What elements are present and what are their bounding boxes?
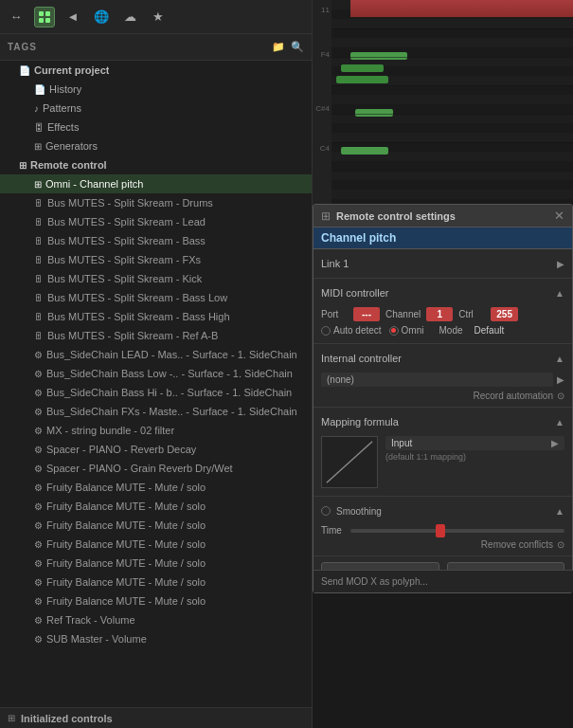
tree-row-16[interactable]: ⚙ Fruity Balance MUTE - Mute / solo <box>0 497 312 516</box>
internal-ctrl-header[interactable]: Internal controller ▲ <box>321 348 564 369</box>
tree-row-17[interactable]: ⚙ Fruity Balance MUTE - Mute / solo <box>0 516 312 535</box>
folder-icon[interactable]: 📁 <box>272 41 285 53</box>
port-value[interactable]: --- <box>353 307 380 321</box>
knob-icon-0: 🎚 <box>34 198 44 209</box>
midi-port-row: Port --- Channel 1 Ctrl 255 <box>321 307 564 321</box>
top-toolbar: ↔ ◄ 🌐 ☁ ★ <box>0 0 312 34</box>
tree-row-8[interactable]: ⚙ Bus_SideChain LEAD - Mas.. - Surface -… <box>0 345 312 364</box>
note-block-cs4 <box>355 109 393 117</box>
effects-label: Effects <box>47 121 79 133</box>
record-auto-circle-icon[interactable]: ⊙ <box>557 391 564 401</box>
tree-row-11[interactable]: ⚙ Bus_SideChain FXs - Maste.. - Surface … <box>0 402 312 421</box>
link1-header[interactable]: Link 1 ▶ <box>321 253 564 274</box>
tree-row-13[interactable]: ⚙ Spacer - PIANO - Reverb Decay <box>0 440 312 459</box>
tree-row-22[interactable]: ⚙ Ref Track - Volume <box>0 610 312 629</box>
tree-item-label-5: Bus MUTES - Split Skream - Bass Low <box>47 292 227 303</box>
internal-ctrl-arrow-icon: ▶ <box>557 374 564 385</box>
tree-item-label-6: Bus MUTES - Split Skream - Bass High <box>47 311 230 322</box>
omni-radio[interactable]: Omni <box>389 325 424 336</box>
slider-thumb[interactable] <box>436 524 445 537</box>
piano-grid-line-4 <box>331 114 573 115</box>
omni-channel-pitch-item[interactable]: ⊞ Omni - Channel pitch <box>0 174 312 193</box>
remote-control-dialog: ⊞ Remote control settings ✕ Channel pitc… <box>313 204 573 593</box>
remove-conflicts-text: Remove conflicts <box>481 539 553 550</box>
note-label-csharp4: C#4 <box>315 104 330 113</box>
toolbar-cloud-icon[interactable]: ☁ <box>119 7 140 27</box>
auto-detect-dot <box>321 326 331 336</box>
remove-conflicts-circle-icon[interactable]: ⊙ <box>557 539 564 550</box>
auto-detect-radio[interactable]: Auto detect <box>321 325 382 336</box>
auto-detect-label: Auto detect <box>333 325 382 336</box>
toolbar-star-icon[interactable]: ★ <box>148 7 169 27</box>
tree-row-20[interactable]: ⚙ Fruity Balance MUTE - Mute / solo <box>0 573 312 592</box>
dialog-channel-pitch: Channel pitch <box>313 228 572 249</box>
omni-dot <box>389 326 399 336</box>
toolbar-back-icon[interactable]: ◄ <box>63 7 83 27</box>
channel-value[interactable]: 1 <box>426 307 453 321</box>
piano-grid-line-2 <box>331 57 573 58</box>
dialog-close-button[interactable]: ✕ <box>554 209 564 223</box>
tree-item-label-21: Fruity Balance MUTE - Mute / solo <box>46 595 206 607</box>
remote-icon: ⊞ <box>19 160 27 171</box>
omni-label: Omni - Channel pitch <box>45 178 143 190</box>
tree-container: 📄 Current project 📄 History ♪ Patterns 🎛… <box>0 61 312 707</box>
knob-icon-6: 🎚 <box>34 312 44 322</box>
remote-control-label: Remote control <box>30 159 107 171</box>
gear-icon-9: ⚙ <box>34 369 43 379</box>
generators-item[interactable]: ⊞ Generators <box>0 136 312 155</box>
smoothing-radio[interactable] <box>321 506 331 516</box>
channel-label: Channel <box>385 309 421 319</box>
toolbar-globe-icon[interactable]: 🌐 <box>91 7 112 27</box>
remote-control-item[interactable]: ⊞ Remote control <box>0 155 312 174</box>
tree-item-label-11: Bus_SideChain FXs - Maste.. - Surface - … <box>46 406 297 417</box>
tree-row-21[interactable]: ⚙ Fruity Balance MUTE - Mute / solo <box>0 592 312 610</box>
initialized-controls-label: Initialized controls <box>21 713 113 724</box>
tree-row-4[interactable]: 🎚 Bus MUTES - Split Skream - Kick <box>0 269 312 288</box>
history-item[interactable]: 📄 History <box>0 80 312 99</box>
internal-ctrl-caret-icon: ▲ <box>555 354 564 364</box>
tree-row-2[interactable]: 🎚 Bus MUTES - Split Skream - Bass <box>0 231 312 250</box>
tree-row-3[interactable]: 🎚 Bus MUTES - Split Skream - FXs <box>0 250 312 269</box>
tree-row-5[interactable]: 🎚 Bus MUTES - Split Skream - Bass Low <box>0 288 312 307</box>
midi-caret-icon: ▲ <box>555 288 564 299</box>
mapping-header[interactable]: Mapping formula ▲ <box>321 411 564 432</box>
tree-item-label-19: Fruity Balance MUTE - Mute / solo <box>46 557 206 569</box>
tree-row-0[interactable]: 🎚 Bus MUTES - Split Skream - Drums <box>0 193 312 212</box>
current-project-item[interactable]: 📄 Current project <box>0 61 312 80</box>
tree-row-15[interactable]: ⚙ Fruity Balance MUTE - Mute / solo <box>0 478 312 497</box>
tree-row-14[interactable]: ⚙ Spacer - PIANO - Grain Reverb Dry/Wet <box>0 459 312 478</box>
tree-row-19[interactable]: ⚙ Fruity Balance MUTE - Mute / solo <box>0 554 312 573</box>
patterns-icon: ♪ <box>34 103 39 114</box>
tree-row-1[interactable]: 🎚 Bus MUTES - Split Skream - Lead <box>0 212 312 231</box>
tree-row-12[interactable]: ⚙ MX - string bundle - 02 filter <box>0 421 312 440</box>
patterns-item[interactable]: ♪ Patterns <box>0 99 312 118</box>
note-block-f4-1 <box>350 52 407 60</box>
search-icon[interactable]: 🔍 <box>291 41 304 53</box>
note-block-c4 <box>341 147 388 155</box>
auto-detect-row: Auto detect Omni Mode Default <box>321 325 564 336</box>
tree-row-10[interactable]: ⚙ Bus_SideChain Bass Hi - b.. - Surface … <box>0 383 312 402</box>
tree-row-9[interactable]: ⚙ Bus_SideChain Bass Low -.. - Surface -… <box>0 364 312 383</box>
smoothing-section: Smoothing ▲ Time Remove conflicts ⊙ <box>313 497 572 556</box>
mode-label: Mode <box>439 325 463 336</box>
effects-item[interactable]: 🎛 Effects <box>0 118 312 136</box>
tree-item-label-9: Bus_SideChain Bass Low -.. - Surface - 1… <box>46 368 293 379</box>
tree-row-6[interactable]: 🎚 Bus MUTES - Split Skream - Bass High <box>0 307 312 326</box>
tree-item-label-2: Bus MUTES - Split Skream - Bass <box>47 235 206 246</box>
tree-item-label-8: Bus_SideChain LEAD - Mas.. - Surface - 1… <box>46 349 297 360</box>
ctrl-value[interactable]: 255 <box>491 307 518 321</box>
smoothing-slider[interactable] <box>350 529 564 533</box>
piano-grid-line-1 <box>331 28 573 29</box>
dialog-status-bar: Send MOD X as polyph... <box>313 570 573 592</box>
tree-row-18[interactable]: ⚙ Fruity Balance MUTE - Mute / solo <box>0 535 312 554</box>
dialog-title-bar: ⊞ Remote control settings ✕ <box>313 205 572 228</box>
tree-row-7[interactable]: 🎚 Bus MUTES - Split Skream - Ref A-B <box>0 326 312 345</box>
piano-grid-line-6 <box>331 171 573 172</box>
mapping-input-row[interactable]: Input ▶ <box>385 436 564 450</box>
none-value-box[interactable]: (none) <box>321 373 553 387</box>
toolbar-browse-icon[interactable] <box>34 7 55 27</box>
mapping-input-label: Input <box>391 438 412 448</box>
toolbar-arrows-icon[interactable]: ↔ <box>6 7 27 27</box>
tree-row-23[interactable]: ⚙ SUB Master - Volume <box>0 629 312 648</box>
midi-header[interactable]: MIDI controller ▲ <box>321 282 564 303</box>
